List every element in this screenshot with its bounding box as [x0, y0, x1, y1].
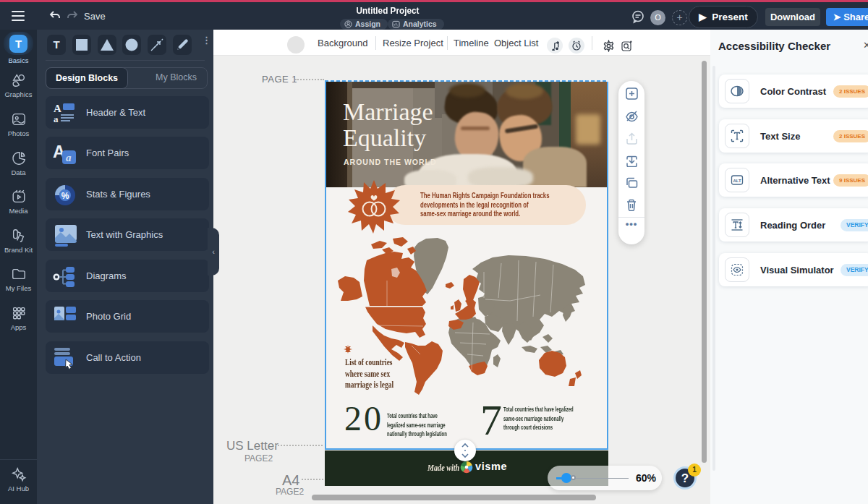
svg-text:a: a: [66, 152, 72, 163]
svg-text:A: A: [54, 103, 61, 114]
svg-text:%: %: [61, 191, 69, 201]
svg-text:a: a: [54, 114, 59, 124]
svg-text:T: T: [53, 38, 59, 51]
svg-text:ALT: ALT: [733, 179, 741, 183]
